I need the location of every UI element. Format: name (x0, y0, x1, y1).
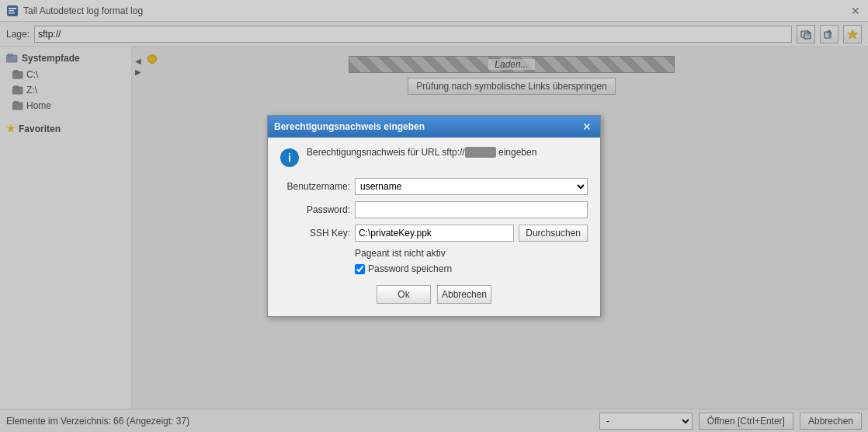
dialog-info-row: i Berechtigungsnachweis für URL sftp:// … (280, 147, 588, 167)
dialog-buttons: Ok Abbrechen (280, 285, 588, 304)
dialog-content: i Berechtigungsnachweis für URL sftp:// … (268, 138, 600, 313)
info-icon: i (280, 148, 299, 167)
username-select[interactable]: username (355, 178, 588, 195)
password-input[interactable] (355, 201, 588, 218)
dialog-titlebar: Berechtigungsnachweis eingeben ✕ (268, 116, 600, 138)
save-password-checkbox[interactable] (355, 264, 365, 274)
browse-button[interactable]: Durchsuchen (519, 225, 588, 242)
dialog-close-button[interactable]: ✕ (580, 120, 594, 134)
ssh-key-row: SSH Key: Durchsuchen (280, 225, 588, 242)
credentials-dialog: Berechtigungsnachweis eingeben ✕ i Berec… (267, 115, 601, 317)
ok-button[interactable]: Ok (377, 285, 431, 304)
dialog-cancel-button[interactable]: Abbrechen (437, 285, 491, 304)
username-label: Benutzername: (280, 181, 350, 192)
save-password-row: Password speichern (355, 263, 588, 274)
password-row: Password: (280, 201, 588, 218)
redacted-url (465, 147, 496, 158)
ssh-key-label: SSH Key: (280, 228, 350, 239)
password-label: Password: (280, 204, 350, 215)
dialog-info-text: Berechtigungsnachweis für URL sftp:// ei… (307, 147, 536, 158)
pageant-status-text: Pageant ist nicht aktiv (355, 248, 588, 259)
save-password-label: Password speichern (368, 263, 452, 274)
modal-overlay: Berechtigungsnachweis eingeben ✕ i Berec… (0, 0, 868, 432)
dialog-title: Berechtigungsnachweis eingeben (274, 121, 425, 132)
username-row: Benutzername: username (280, 178, 588, 195)
ssh-key-input[interactable] (355, 225, 514, 242)
